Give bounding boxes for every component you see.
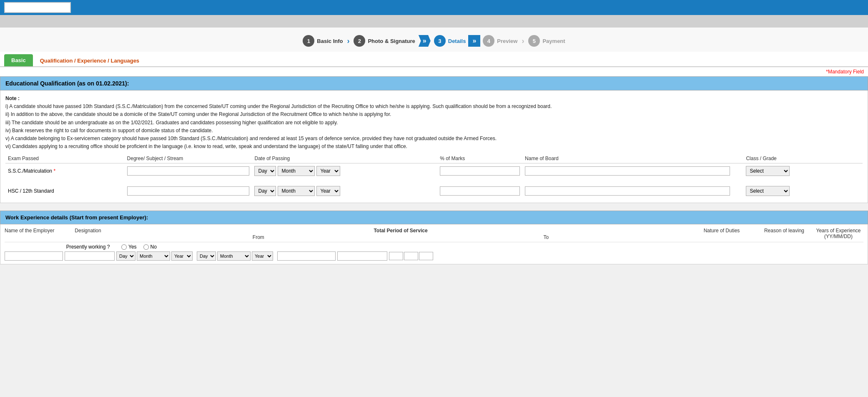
note-line-5: v) A candidate belonging to Ex-serviceme…	[5, 136, 497, 141]
step-5-label: Payment	[542, 38, 565, 44]
col-date: Date of Passing	[252, 154, 437, 163]
required-star-ssc: *	[53, 168, 55, 174]
from-to-labels: From To	[113, 234, 688, 240]
reason-input-cell	[337, 251, 387, 261]
note-line-3: iii) The candidate should be an undergra…	[5, 120, 338, 126]
step-4-label: Preview	[497, 38, 517, 44]
edu-qualification-section: Educational Qualification (as on 01.02.2…	[0, 76, 868, 203]
degree-input-hsc[interactable]	[127, 186, 250, 196]
grade-select-hsc[interactable]: SelectFirst ClassSecond ClassPass ClassD…	[746, 186, 790, 196]
step-1-label: Basic Info	[317, 38, 343, 44]
nature-input-cell	[277, 251, 336, 261]
work-section-header: Work Experience details (Start from pres…	[0, 211, 868, 224]
to-date-group: Day123 MonthJanuaryFebruaryMarchAprilMay…	[197, 251, 273, 261]
tab-qualification[interactable]: Qualification / Experience / Languages	[33, 55, 146, 66]
col-board: Name of Board	[522, 154, 743, 163]
qual-row-hsc: HSC / 12th Standard Day12345 MonthJanuar…	[5, 183, 863, 198]
to-label: To	[543, 234, 549, 240]
marks-cell-ssc	[437, 163, 522, 179]
qualification-table: Exam Passed Degree/ Subject / Stream Dat…	[5, 154, 863, 198]
step-3-label: Details	[448, 38, 466, 44]
employer-input[interactable]	[5, 251, 63, 261]
step-5[interactable]: 5 Payment	[528, 35, 565, 47]
board-input-hsc[interactable]	[525, 186, 730, 196]
exp-mm[interactable]	[404, 252, 418, 260]
degree-input-ssc[interactable]	[127, 166, 250, 176]
designation-input[interactable]	[65, 251, 115, 261]
reason-input[interactable]	[337, 251, 387, 261]
step-3-bubble: 3	[434, 35, 446, 47]
from-year-select[interactable]: Year2015201620172018201920202021	[171, 251, 193, 261]
marks-input-hsc[interactable]	[440, 186, 520, 196]
stepper-area: 1 Basic Info › 2 Photo & Signature » 3 D…	[0, 28, 868, 52]
tab-basic[interactable]: Basic	[4, 54, 33, 66]
to-day-select[interactable]: Day123	[197, 251, 216, 261]
year-select-hsc[interactable]: Year2015201620172018201920202021	[316, 186, 340, 196]
employer-input-cell	[5, 251, 63, 261]
step-2[interactable]: 2 Photo & Signature	[354, 35, 415, 47]
marks-input-ssc[interactable]	[440, 166, 520, 176]
col-exam: Exam Passed	[5, 154, 125, 163]
yes-radio[interactable]	[121, 244, 127, 250]
month-select-hsc[interactable]: MonthJanuaryFebruaryMarchAprilMayJuneJul…	[278, 186, 315, 196]
date-cell-ssc: Day12345 MonthJanuaryFebruaryMarchAprilM…	[252, 163, 437, 179]
col-degree: Degree/ Subject / Stream	[125, 154, 252, 163]
grade-select-ssc[interactable]: SelectFirst ClassSecond ClassPass ClassD…	[746, 166, 790, 176]
col-experience-header: Years of Experience (YY/MM/DD)	[813, 228, 863, 240]
step-4[interactable]: 4 Preview	[483, 35, 517, 47]
work-content-area: Name of the Employer Designation Total P…	[0, 224, 868, 264]
board-input-ssc[interactable]	[525, 166, 730, 176]
year-select-ssc[interactable]: Year2015201620172018201920202021	[316, 166, 340, 176]
exam-label-hsc: HSC / 12th Standard	[5, 183, 125, 198]
date-group-ssc: Day12345 MonthJanuaryFebruaryMarchAprilM…	[254, 166, 435, 176]
date-cell-hsc: Day12345 MonthJanuaryFebruaryMarchAprilM…	[252, 183, 437, 198]
no-radio[interactable]	[143, 244, 149, 250]
designation-input-cell	[65, 251, 115, 261]
to-month-select[interactable]: MonthJanuaryFebruaryMarchAprilMayJuneJul…	[217, 251, 251, 261]
header-logo	[4, 2, 71, 13]
step-arrow-3: »	[468, 35, 480, 47]
step-1[interactable]: 1 Basic Info	[303, 35, 343, 47]
yes-label: Yes	[128, 244, 137, 250]
board-cell-ssc	[522, 163, 743, 179]
work-col-headers: Name of the Employer Designation Total P…	[5, 228, 863, 242]
col-reason-header: Reason of leaving	[755, 228, 813, 240]
month-select-ssc[interactable]: MonthJanuaryFebruaryMarchAprilMayJuneJul…	[278, 166, 315, 176]
exp-yy[interactable]	[389, 252, 403, 260]
presently-working-row: Presently working ? Yes No	[5, 244, 863, 250]
day-select-hsc[interactable]: Day12345	[254, 186, 276, 196]
yes-no-group: Yes No	[121, 244, 157, 250]
stepper: 1 Basic Info › 2 Photo & Signature » 3 D…	[303, 35, 565, 47]
yes-radio-label[interactable]: Yes	[121, 244, 137, 250]
from-date-group: Day123 MonthJanuaryFebruaryMarchAprilMay…	[116, 251, 193, 261]
marks-cell-hsc	[437, 183, 522, 198]
step-1-bubble: 1	[303, 35, 314, 47]
note-line-4: iv) Bank reserves the right to call for …	[5, 128, 213, 133]
step-5-bubble: 5	[528, 35, 540, 47]
col-designation-header: Designation	[63, 228, 113, 240]
nature-input[interactable]	[277, 251, 336, 261]
day-select-ssc[interactable]: Day12345	[254, 166, 276, 176]
edu-section-header: Educational Qualification (as on 01.02.2…	[0, 76, 868, 90]
mandatory-note: *Mandatory Field	[0, 67, 868, 76]
qual-row-ssc: S.S.C./Matriculation * Day12345 MonthJan…	[5, 163, 863, 179]
col-grade: Class / Grade	[743, 154, 863, 163]
exp-dd[interactable]	[419, 252, 433, 260]
note-label: Note :	[5, 95, 20, 101]
col-period-header: Total Period of Service From To	[113, 228, 688, 240]
no-radio-label[interactable]: No	[143, 244, 157, 250]
tabs-area: Basic Qualification / Experience / Langu…	[0, 52, 868, 67]
step-2-label: Photo & Signature	[368, 38, 415, 44]
date-group-hsc: Day12345 MonthJanuaryFebruaryMarchAprilM…	[254, 186, 435, 196]
board-cell-hsc	[522, 183, 743, 198]
total-period-label: Total Period of Service	[113, 228, 688, 234]
step-3[interactable]: 3 Details	[434, 35, 466, 47]
to-year-select[interactable]: Year2015201620172018201920202021	[252, 251, 273, 261]
from-month-select[interactable]: MonthJanuaryFebruaryMarchAprilMayJuneJul…	[137, 251, 170, 261]
from-day-select[interactable]: Day123	[116, 251, 135, 261]
presently-label: Presently working ?	[63, 244, 113, 250]
header-bar	[0, 0, 868, 15]
note-line-2: ii) In addition to the above, the candid…	[5, 111, 391, 117]
step-4-bubble: 4	[483, 35, 494, 47]
edu-content-area: Note : i) A candidate should have passed…	[0, 90, 868, 203]
